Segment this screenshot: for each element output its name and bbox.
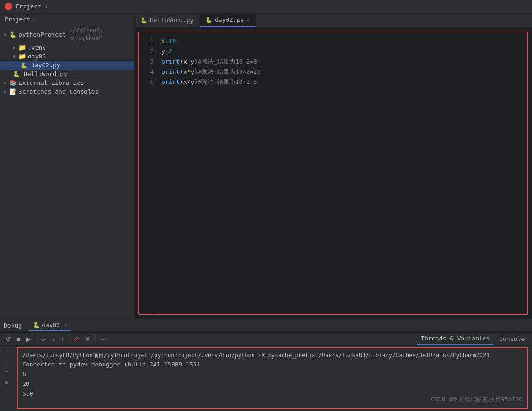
code-token: 10	[169, 37, 176, 46]
sidebar-item-label: External Libraries	[19, 79, 84, 86]
output-line-20: 20	[22, 379, 523, 389]
code-token: #减法_结果为10-2=8	[198, 57, 257, 67]
sidebar-item-day02py[interactable]: 🐍 day02.py	[0, 61, 134, 70]
side-icon-2[interactable]: ↓	[4, 358, 9, 366]
output-line-5: 5.0	[22, 389, 523, 399]
sidebar-item-external-libraries[interactable]: ▶ 📚 External Libraries	[0, 78, 134, 87]
folder-icon: 🐍	[9, 31, 17, 38]
debug-side-icons: ↑ ↓ ≡ ≡ ↑	[0, 346, 13, 411]
line-num-2: 2	[143, 46, 154, 57]
code-token: #乘法_结果为10×2=20	[198, 67, 260, 77]
tab-py-icon: 🐍	[205, 17, 212, 23]
side-icon-5[interactable]: ↑	[4, 388, 9, 397]
sidebar-item-sublabel: ~/Python项目/pythonP	[70, 26, 130, 42]
debug-panel: Debug 🐍 day02 ✕ ↺ ■ ▶ ⤼ ↓ ↑ ⊘ ✕ ⋯ Thread…	[0, 318, 532, 411]
debug-toolbar: ↺ ■ ▶ ⤼ ↓ ↑ ⊘ ✕ ⋯ Threads & Variables Co…	[0, 333, 532, 346]
code-token: print	[162, 77, 180, 87]
side-icon-1[interactable]: ↑	[4, 347, 9, 356]
line-num-5: 5	[143, 77, 154, 87]
folder-icon: 📁	[19, 44, 26, 51]
main-layout: Project ▾ ▼ 🐍 pythonProject ~/Python项目/p…	[0, 13, 532, 318]
output-bordered: /Users/lucky88/Python项目/pythonProject/py…	[17, 347, 528, 409]
tab-day02[interactable]: 🐍 day02.py ✕	[200, 13, 256, 27]
step-into-button[interactable]: ↓	[50, 334, 57, 344]
sidebar-item-label: pythonProject	[19, 31, 66, 38]
step-over-button[interactable]: ⤼	[39, 334, 48, 344]
more-button[interactable]: ⋯	[98, 334, 109, 344]
session-label: day02	[42, 321, 60, 328]
session-icon: 🐍	[33, 322, 40, 328]
chevron-icon: ▶	[4, 89, 6, 94]
line-num-1: 1	[143, 36, 154, 46]
debug-content-area: ↑ ↓ ≡ ≡ ↑ /Users/lucky88/Python项目/python…	[0, 346, 532, 411]
code-token: 2	[169, 47, 173, 57]
output-line-8: 8	[22, 370, 523, 379]
line-num-3: 3	[143, 57, 154, 67]
mute-button[interactable]: ✕	[83, 334, 92, 344]
code-line-1: x=10	[162, 36, 522, 46]
sidebar-chevron: ▾	[33, 17, 36, 22]
restart-button[interactable]: ↺	[4, 334, 13, 344]
tab-console[interactable]: Console	[495, 334, 528, 344]
sidebar-item-label: day02.py	[31, 62, 60, 69]
resume-button[interactable]: ▶	[24, 334, 33, 344]
session-close-button[interactable]: ✕	[64, 322, 67, 328]
chevron-icon: ▶	[13, 45, 16, 50]
line-numbers: 1 2 3 4 5	[139, 32, 156, 314]
py-icon: 🐍	[20, 62, 27, 69]
code-content[interactable]: x=10 y=2 print(x-y)#减法_结果为10-2=8 print(x…	[156, 32, 527, 314]
tab-label: day02.py	[215, 16, 244, 23]
step-out-button[interactable]: ↑	[59, 334, 66, 344]
code-line-4: print(x*y)#乘法_结果为10×2=20	[162, 67, 522, 77]
sidebar-item-label: day02	[28, 53, 46, 60]
stop-button[interactable]: ■	[15, 334, 22, 344]
sidebar-item-scratches[interactable]: ▶ 📝 Scratches and Consoles	[0, 87, 134, 96]
sidebar-item-pythonProject[interactable]: ▼ 🐍 pythonProject ~/Python项目/pythonP	[0, 26, 134, 43]
sidebar-title: Project	[5, 16, 30, 23]
line-num-4: 4	[143, 67, 154, 77]
toolbar-divider-3	[95, 335, 96, 343]
tab-bar: 🐍 HelloWord.py 🐍 day02.py ✕	[135, 13, 532, 28]
sidebar-item-label: .venv	[28, 44, 46, 51]
debug-title: Debug	[4, 322, 22, 329]
toolbar-divider	[36, 335, 36, 343]
tab-helloword[interactable]: 🐍 HelloWord.py	[135, 13, 200, 27]
code-token: #除法_结果为10÷2=5	[198, 77, 257, 87]
chevron-icon: ▶	[4, 80, 6, 85]
tab-threads-variables[interactable]: Threads & Variables	[417, 333, 493, 345]
code-line-3: print(x-y)#减法_结果为10-2=8	[162, 57, 522, 67]
chevron-icon: ▼	[13, 54, 16, 59]
tab-label: Console	[499, 335, 525, 342]
code-editor: 1 2 3 4 5 x=10 y=2 print(x-y)#减法_结果为10-2…	[138, 32, 528, 315]
tab-py-icon: 🐍	[140, 17, 147, 24]
debug-header: Debug 🐍 day02 ✕	[0, 319, 532, 333]
debug-output[interactable]: /Users/lucky88/Python项目/pythonProject/py…	[18, 348, 527, 401]
folder-icon: 📁	[19, 53, 26, 60]
toolbar-divider-2	[69, 335, 69, 343]
sidebar: Project ▾ ▼ 🐍 pythonProject ~/Python项目/p…	[0, 13, 135, 318]
code-line-5: print(x/y)#除法_结果为10÷2=5	[162, 77, 522, 87]
code-token: p	[162, 67, 165, 77]
side-icon-3[interactable]: ≡	[4, 368, 9, 376]
code-token: print	[162, 57, 180, 67]
sidebar-item-day02[interactable]: ▼ 📁 day02	[0, 52, 134, 61]
tab-close-button[interactable]: ✕	[247, 17, 250, 23]
code-token: rint	[165, 67, 180, 77]
app-logo	[5, 3, 12, 10]
output-line-path: /Users/lucky88/Python项目/pythonProject/py…	[22, 351, 523, 360]
project-label[interactable]: Project ▾	[16, 3, 48, 10]
sidebar-item-helloword[interactable]: 🐍 HelloWord.py	[0, 70, 134, 78]
code-token: (x-y)	[180, 57, 198, 67]
side-icon-4[interactable]: ≡	[4, 378, 9, 386]
tab-label: Threads & Variables	[421, 335, 490, 342]
stop-point-button[interactable]: ⊘	[72, 334, 81, 344]
debug-session-tab[interactable]: 🐍 day02 ✕	[29, 320, 71, 331]
sidebar-item-label: Scratches and Consoles	[19, 88, 98, 95]
code-token: x=	[162, 37, 169, 46]
py-icon: 🐍	[13, 71, 20, 77]
sidebar-item-venv[interactable]: ▶ 📁 .venv	[0, 43, 134, 52]
code-line-2: y=2	[162, 46, 522, 57]
sidebar-item-label: HelloWord.py	[24, 71, 67, 77]
code-token: y=	[162, 47, 169, 57]
code-token: (x/y)	[180, 77, 198, 87]
